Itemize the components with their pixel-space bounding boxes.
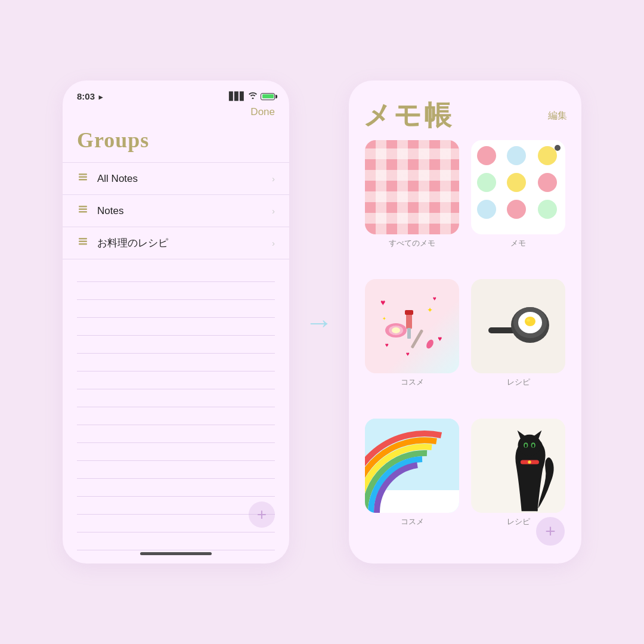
svg-rect-4 bbox=[79, 209, 87, 210]
thumb-label-memo: メモ bbox=[510, 238, 526, 249]
right-header: メモ帳 編集 bbox=[363, 97, 567, 134]
chevron-right-icon-3: › bbox=[272, 238, 275, 248]
svg-point-41 bbox=[532, 444, 534, 447]
memo-title: メモ帳 bbox=[363, 97, 454, 134]
group-item-recipe[interactable]: お料理のレシピ › bbox=[63, 227, 289, 259]
svg-text:✦: ✦ bbox=[427, 306, 433, 314]
thumb-cosme1: ♥ ♥ ♥ ♥ ♥ bbox=[365, 279, 459, 373]
thumb-memo bbox=[471, 140, 565, 234]
cat-pattern bbox=[471, 419, 565, 513]
done-bar: Done bbox=[63, 106, 289, 123]
wifi-icon bbox=[248, 92, 258, 101]
svg-rect-1 bbox=[79, 177, 87, 178]
done-button[interactable]: Done bbox=[250, 106, 275, 117]
signal-icon: ▋▋▋ bbox=[229, 92, 245, 101]
recipe-label: お料理のレシピ bbox=[97, 236, 272, 250]
status-bar: 8:03 ► ▋▋▋ bbox=[63, 80, 289, 106]
svg-rect-7 bbox=[79, 241, 87, 243]
layers-icon-3 bbox=[77, 236, 89, 250]
status-right: ▋▋▋ bbox=[229, 92, 275, 101]
thumb-label-all-notes: すべてのメモ bbox=[389, 238, 435, 249]
add-note-button[interactable]: + bbox=[249, 501, 275, 528]
notification-dot bbox=[555, 145, 561, 151]
notes-label: Notes bbox=[97, 205, 272, 217]
right-arrow-icon: → bbox=[305, 306, 333, 339]
svg-point-40 bbox=[525, 444, 527, 447]
thumb-all-notes bbox=[365, 140, 459, 234]
svg-point-28 bbox=[525, 317, 535, 326]
rainbow-pattern bbox=[365, 419, 459, 513]
svg-rect-0 bbox=[79, 179, 87, 181]
chevron-right-icon: › bbox=[272, 174, 275, 184]
svg-rect-2 bbox=[79, 174, 87, 175]
left-phone: 8:03 ► ▋▋▋ Done Groups All N bbox=[63, 80, 289, 564]
layers-icon bbox=[77, 171, 89, 186]
home-indicator bbox=[140, 552, 212, 555]
time: 8:03 bbox=[77, 91, 95, 101]
svg-text:✦: ✦ bbox=[382, 316, 386, 321]
svg-point-19 bbox=[392, 327, 400, 333]
thumb-label-recipe2: レシピ bbox=[507, 516, 530, 527]
thumb-recipe1 bbox=[471, 279, 565, 373]
recipe-pattern bbox=[471, 279, 565, 373]
group-item-all-notes[interactable]: All Notes › bbox=[63, 163, 289, 195]
thumb-label-cosme1: コスメ bbox=[401, 377, 424, 388]
main-container: 8:03 ► ▋▋▋ Done Groups All N bbox=[0, 0, 644, 644]
svg-text:♥: ♥ bbox=[438, 335, 442, 343]
svg-text:♥: ♥ bbox=[385, 342, 389, 348]
add-note-right-button[interactable]: + bbox=[536, 517, 565, 546]
svg-text:♥: ♥ bbox=[406, 351, 410, 357]
svg-rect-6 bbox=[79, 243, 87, 245]
svg-rect-3 bbox=[79, 211, 87, 213]
layers-icon-2 bbox=[77, 203, 89, 218]
location-icon: ► bbox=[97, 93, 104, 101]
chevron-right-icon-2: › bbox=[272, 206, 275, 216]
svg-text:♥: ♥ bbox=[380, 298, 385, 307]
grid-item-cosme1[interactable]: ♥ ♥ ♥ ♥ ♥ bbox=[363, 279, 461, 410]
arrow-container: → bbox=[289, 306, 349, 339]
group-item-notes[interactable]: Notes › bbox=[63, 195, 289, 227]
grid-item-recipe1[interactable]: レシピ bbox=[469, 279, 567, 410]
gingham-pattern bbox=[365, 140, 459, 234]
thumb-label-recipe1: レシピ bbox=[507, 377, 530, 388]
thumb-cosme2 bbox=[365, 419, 459, 513]
svg-rect-16 bbox=[407, 328, 411, 339]
thumb-label-cosme2: コスメ bbox=[401, 516, 424, 527]
all-notes-label: All Notes bbox=[97, 173, 272, 185]
groups-list: All Notes › Notes › お料理のレシピ › bbox=[63, 162, 289, 259]
grid-item-cosme2[interactable]: コスメ bbox=[363, 419, 461, 549]
notes-grid: すべてのメモ bbox=[363, 140, 567, 549]
dots-pattern bbox=[471, 140, 565, 234]
time-display: 8:03 ► bbox=[77, 91, 104, 101]
svg-point-34 bbox=[528, 460, 531, 463]
grid-item-memo[interactable]: メモ bbox=[469, 140, 567, 271]
svg-rect-8 bbox=[79, 238, 87, 240]
right-panel: メモ帳 編集 すべてのメモ bbox=[349, 80, 581, 564]
svg-rect-15 bbox=[405, 310, 413, 315]
svg-point-23 bbox=[425, 339, 435, 350]
groups-title: Groups bbox=[63, 123, 289, 162]
thumb-recipe2 bbox=[471, 419, 565, 513]
edit-button[interactable]: 編集 bbox=[548, 110, 567, 122]
svg-point-29 bbox=[527, 319, 530, 322]
battery-icon bbox=[261, 93, 275, 100]
grid-item-all-notes[interactable]: すべてのメモ bbox=[363, 140, 461, 271]
gingham-overlay bbox=[365, 140, 459, 234]
svg-rect-5 bbox=[79, 206, 87, 208]
svg-rect-22 bbox=[411, 329, 424, 349]
svg-text:♥: ♥ bbox=[433, 295, 436, 302]
cosmetics-pattern: ♥ ♥ ♥ ♥ ♥ bbox=[365, 279, 459, 373]
